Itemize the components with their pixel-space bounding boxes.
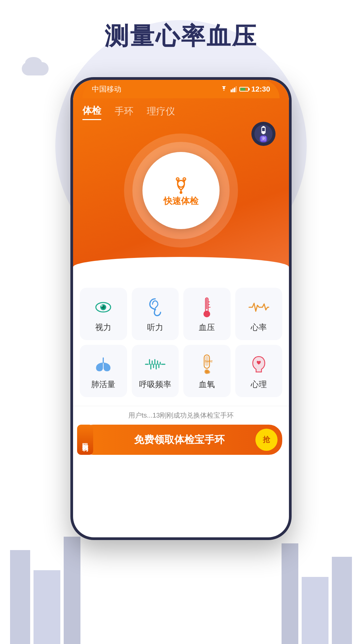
cloud-decoration [18,54,55,75]
notification-text: 用户ts...13刚刚成功兑换体检宝手环 [128,412,234,419]
banner-badge-text: 限时福利 [81,438,89,441]
svg-text:SaO2: SaO2 [205,360,213,363]
hearing-label: 听力 [147,322,163,333]
lung-label: 肺活量 [91,379,115,390]
breath-item[interactable]: 呼吸频率 [132,345,179,397]
eye-icon [95,297,112,317]
svg-point-14 [183,178,186,180]
banner-text: 免费领取体检宝手环 [103,433,255,447]
lung-icon [94,354,113,374]
battery-tip [249,88,250,90]
vision-item[interactable]: 视力 [80,288,127,340]
hearing-item[interactable]: 听力 [132,288,179,340]
status-bar: 中国移动 [82,80,280,98]
tab-exam[interactable]: 体检 [82,104,101,120]
heartrate-icon [248,297,269,317]
breath-icon [145,354,166,374]
status-icons: 12:30 [220,85,270,94]
quick-exam-label: 快速体检 [164,195,198,207]
svg-rect-2 [234,88,235,92]
quick-exam-button[interactable]: 快速体检 [142,152,220,229]
svg-rect-21 [206,299,207,309]
svg-rect-1 [232,89,234,92]
header-section: 中国移动 [73,80,289,268]
carrier-label: 中国移动 [92,84,121,94]
vision-label: 视力 [95,322,111,333]
tab-therapy[interactable]: 理疗仪 [147,105,175,120]
lung-item[interactable]: 肺活量 [80,345,127,397]
svg-point-19 [154,309,156,311]
battery-fill [240,88,245,91]
tab-navigation: 体检 手环 理疗仪 [82,98,280,123]
mental-item[interactable]: 心理 [235,345,283,397]
page-title: 测量心率血压 [0,20,362,52]
middle-ring: 快速体检 [132,142,230,239]
mental-label: 心理 [251,379,267,390]
health-grid: 视力 听力 [73,284,289,406]
signal-icon [231,86,237,92]
svg-point-22 [203,311,210,317]
bp-label: 血压 [199,322,215,333]
svg-point-12 [176,178,179,180]
grid-row-2: 肺活量 [80,345,282,397]
notification-bar: 用户ts...13刚刚成功兑换体检宝手环 [73,406,289,425]
breath-label: 呼吸频率 [139,379,171,390]
outer-ring: 快速体检 [124,133,238,248]
wave-separator [73,267,289,284]
svg-rect-3 [236,86,237,92]
banner[interactable]: 限时福利 免费领取体检宝手环 抢 [80,425,282,455]
svg-point-8 [178,180,184,187]
stethoscope-icon [171,174,191,195]
svg-rect-0 [231,90,232,92]
ear-icon [148,297,162,317]
bp-item[interactable]: 血压 [183,288,231,340]
oxygen-icon: SaO2 [199,354,214,374]
thermometer-icon [202,297,212,317]
svg-point-18 [101,305,103,307]
battery-icon [239,87,249,92]
main-circle-area: 快速体检 [82,123,280,254]
banner-button[interactable]: 抢 [255,429,278,451]
heartrate-item[interactable]: 心率 [235,288,283,340]
status-time: 12:30 [251,85,270,94]
banner-button-label: 抢 [263,435,270,445]
banner-badge: 限时福利 [77,425,93,455]
heartrate-label: 心率 [251,322,267,333]
mental-icon [250,354,267,374]
svg-point-10 [180,191,182,194]
oxygen-label: 血氧 [199,379,215,390]
grid-row-1: 视力 听力 [80,288,282,340]
oxygen-item[interactable]: SaO2 血氧 [183,345,231,397]
banner-section: 限时福利 免费领取体检宝手环 抢 [73,425,289,460]
phone-screen: 中国移动 [73,80,289,537]
tab-band[interactable]: 手环 [115,105,133,120]
phone-frame: 中国移动 [70,77,292,540]
wifi-icon [220,86,228,92]
